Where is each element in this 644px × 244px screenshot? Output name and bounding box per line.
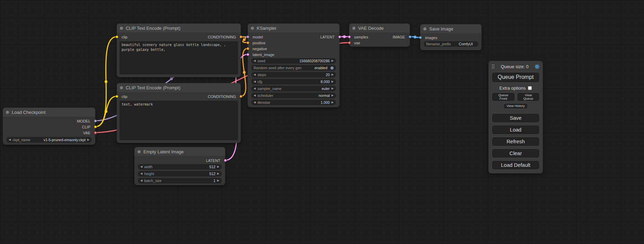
input-slot-latent-image[interactable]: latent_image <box>248 52 339 57</box>
widget-cfg[interactable]: ◀ cfg 8.000 ▶ <box>251 79 336 84</box>
widget-random-seed-toggle[interactable]: Random seed after every gen enabled <box>251 65 336 71</box>
decrement-arrow-icon[interactable]: ◀ <box>9 138 11 141</box>
input-dot-latent-image[interactable] <box>246 53 249 56</box>
link-midpoint-dot[interactable] <box>105 80 107 83</box>
output-slot-latent[interactable]: LATENT <box>134 157 225 163</box>
widget-denoise[interactable]: ◀ denoise 1.000 ▶ <box>251 100 336 105</box>
input-dot-negative[interactable] <box>246 47 249 50</box>
widget-seed[interactable]: ◀ seed 156680208700286 ▶ <box>251 58 336 64</box>
input-dot-clip[interactable] <box>115 35 118 38</box>
slot-row-clip-conditioning[interactable]: clip CONDITIONING <box>117 34 241 40</box>
node-save-image[interactable]: Save Image images filename_prefix ComfyU… <box>420 24 482 50</box>
widget-ckpt-name[interactable]: ◀ ckpt_name v1-5-pruned-emaonly.ckpt ▶ <box>6 137 92 143</box>
output-dot-vae[interactable] <box>94 131 97 134</box>
drag-handle-icon[interactable] <box>492 64 495 69</box>
node-graph-canvas[interactable]: Load Checkpoint MODEL CLIP VAE ◀ ckpt_na… <box>0 0 644 244</box>
widget-scheduler[interactable]: ◀ scheduler normal ▶ <box>251 93 336 98</box>
extra-options-checkbox[interactable] <box>528 86 532 90</box>
node-load-checkpoint[interactable]: Load Checkpoint MODEL CLIP VAE ◀ ckpt_na… <box>3 108 95 145</box>
node-title-bar[interactable]: CLIP Text Encode (Prompt) <box>117 24 241 33</box>
decrement-arrow-icon[interactable]: ◀ <box>140 172 142 175</box>
load-default-button[interactable]: Load Default <box>492 160 540 170</box>
node-title-bar[interactable]: Empty Latent Image <box>134 147 225 156</box>
output-slot-vae[interactable]: VAE <box>3 130 95 136</box>
link-midpoint-dot[interactable] <box>170 78 173 80</box>
decrement-arrow-icon[interactable]: ◀ <box>254 60 256 62</box>
decrement-arrow-icon[interactable]: ◀ <box>140 165 142 168</box>
output-dot-clip[interactable] <box>94 125 97 128</box>
output-slot-clip[interactable]: CLIP <box>3 124 95 130</box>
link-midpoint-dot[interactable] <box>414 36 416 38</box>
input-slot-images[interactable]: images <box>420 35 482 40</box>
output-dot-conditioning[interactable] <box>239 95 242 98</box>
input-slot-positive[interactable]: positive <box>248 40 339 46</box>
decrement-arrow-icon[interactable]: ◀ <box>254 73 256 76</box>
decrement-arrow-icon[interactable]: ◀ <box>254 80 256 83</box>
decrement-arrow-icon[interactable]: ◀ <box>254 101 256 104</box>
increment-arrow-icon[interactable]: ▶ <box>332 73 334 76</box>
decrement-arrow-icon[interactable]: ◀ <box>254 87 256 90</box>
increment-arrow-icon[interactable]: ▶ <box>332 80 334 83</box>
node-title-bar[interactable]: Save Image <box>420 24 482 33</box>
collapse-toggle-icon[interactable] <box>6 111 9 114</box>
node-vae-decode[interactable]: VAE Decode samples IMAGE vae <box>349 24 410 47</box>
collapse-toggle-icon[interactable] <box>352 27 355 30</box>
link-midpoint-dot[interactable] <box>343 35 346 38</box>
input-dot-clip[interactable] <box>115 95 118 98</box>
input-slot-negative[interactable]: negative <box>248 46 339 52</box>
increment-arrow-icon[interactable]: ▶ <box>332 94 334 97</box>
link-midpoint-dot[interactable] <box>243 38 246 41</box>
slot-row-model-latent[interactable]: model LATENT <box>248 34 339 40</box>
negative-prompt-textarea[interactable]: text, watermark <box>120 101 238 140</box>
refresh-button[interactable]: Refresh <box>492 137 540 146</box>
collapse-toggle-icon[interactable] <box>120 27 123 30</box>
save-button[interactable]: Save <box>492 113 540 123</box>
collapse-toggle-icon[interactable] <box>423 27 426 30</box>
increment-arrow-icon[interactable]: ▶ <box>332 60 334 62</box>
increment-arrow-icon[interactable]: ▶ <box>332 87 334 90</box>
output-dot-model[interactable] <box>94 119 97 123</box>
view-history-button[interactable]: View History <box>503 103 528 109</box>
node-empty-latent-image[interactable]: Empty Latent Image LATENT ◀ width 512 ▶ … <box>134 147 225 185</box>
node-title-bar[interactable]: CLIP Text Encode (Prompt) <box>117 83 241 92</box>
output-slot-model[interactable]: MODEL <box>3 118 95 124</box>
increment-arrow-icon[interactable]: ▶ <box>332 101 334 104</box>
input-dot-vae[interactable] <box>348 41 351 44</box>
positive-prompt-textarea[interactable]: beautiful scenery nature glass bottle la… <box>120 41 238 74</box>
widget-filename-prefix[interactable]: filename_prefix ComfyUI <box>424 41 478 47</box>
widget-batch-size[interactable]: ◀ batch_size 1 ▶ <box>138 178 222 183</box>
increment-arrow-icon[interactable]: ▶ <box>87 138 89 141</box>
node-title-bar[interactable]: Load Checkpoint <box>3 108 95 117</box>
collapse-toggle-icon[interactable] <box>251 27 254 30</box>
output-dot-image[interactable] <box>408 35 412 38</box>
collapse-toggle-icon[interactable] <box>138 150 141 153</box>
node-title-bar[interactable]: KSampler <box>248 24 339 33</box>
input-slot-vae[interactable]: vae <box>349 40 410 46</box>
input-dot-positive[interactable] <box>246 41 249 44</box>
output-dot-latent[interactable] <box>338 35 341 38</box>
decrement-arrow-icon[interactable]: ◀ <box>254 94 256 97</box>
queue-front-button[interactable]: Queue Front <box>492 92 515 101</box>
clear-button[interactable]: Clear <box>492 148 540 158</box>
widget-height[interactable]: ◀ height 512 ▶ <box>138 171 222 177</box>
slot-row-samples-image[interactable]: samples IMAGE <box>349 34 410 40</box>
node-ksampler[interactable]: KSampler model LATENT positive negative … <box>248 24 339 107</box>
output-dot-latent[interactable] <box>224 159 227 162</box>
increment-arrow-icon[interactable]: ▶ <box>217 179 219 182</box>
input-dot-samples[interactable] <box>348 35 351 38</box>
decrement-arrow-icon[interactable]: ◀ <box>140 179 142 182</box>
settings-gear-icon[interactable] <box>535 64 540 69</box>
increment-arrow-icon[interactable]: ▶ <box>217 172 219 175</box>
toggle-knob-icon[interactable] <box>330 66 334 70</box>
slot-row-clip-conditioning[interactable]: clip CONDITIONING <box>117 93 241 99</box>
queue-prompt-button[interactable]: Queue Prompt <box>492 72 540 83</box>
link-midpoint-dot[interactable] <box>105 110 107 113</box>
widget-width[interactable]: ◀ width 512 ▶ <box>138 164 222 170</box>
node-clip-text-encode-negative[interactable]: CLIP Text Encode (Prompt) clip CONDITION… <box>117 83 241 143</box>
view-queue-button[interactable]: View Queue <box>517 92 540 101</box>
node-title-bar[interactable]: VAE Decode <box>349 24 410 33</box>
load-button[interactable]: Load <box>492 125 540 135</box>
node-clip-text-encode-positive[interactable]: CLIP Text Encode (Prompt) clip CONDITION… <box>117 24 241 77</box>
widget-sampler-name[interactable]: ◀ sampler_name euler ▶ <box>251 86 336 91</box>
link-midpoint-dot[interactable] <box>243 71 246 74</box>
